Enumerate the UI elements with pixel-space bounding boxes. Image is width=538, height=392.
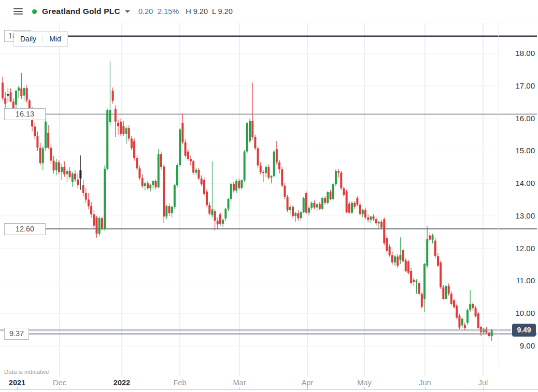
candle <box>380 220 383 229</box>
candle <box>203 178 205 196</box>
candle <box>442 285 444 300</box>
candle <box>262 170 264 182</box>
y-axis-tick-label: 15.00 <box>504 146 535 155</box>
candlestick-chart[interactable] <box>0 0 538 392</box>
candle <box>297 210 299 221</box>
candle <box>208 202 210 215</box>
candle <box>458 314 460 329</box>
last-price-badge: 9.49 <box>512 324 536 337</box>
candle <box>152 180 154 190</box>
symbol-selector[interactable]: Greatland Gold PLC <box>42 7 130 16</box>
candle <box>356 196 358 206</box>
candle <box>273 150 275 178</box>
x-axis-tick <box>239 387 240 390</box>
candle <box>249 119 251 143</box>
candle <box>101 216 103 230</box>
candle <box>389 244 391 256</box>
candle <box>147 181 149 190</box>
candle <box>251 83 253 140</box>
last-price-line <box>0 329 511 331</box>
candle <box>321 197 323 210</box>
candle <box>289 205 291 214</box>
candle <box>235 180 237 193</box>
candle <box>394 255 396 266</box>
candle <box>117 120 119 135</box>
candle <box>378 221 380 228</box>
market-status-icon <box>32 9 37 14</box>
candle <box>158 149 160 188</box>
candle <box>72 172 74 186</box>
candle <box>434 238 436 258</box>
candle <box>112 88 114 104</box>
candle <box>324 196 326 205</box>
y-axis-tick-label: 10.00 <box>504 309 535 317</box>
x-axis-tick <box>364 387 365 390</box>
y-axis-tick-label: 17.00 <box>504 81 535 90</box>
candle <box>332 183 334 200</box>
candle <box>128 125 130 141</box>
candle <box>2 77 4 100</box>
candle <box>93 210 95 229</box>
candle <box>375 217 377 225</box>
candle <box>437 253 439 267</box>
candle <box>174 184 176 209</box>
y-axis-tick-label: 12.00 <box>504 244 535 253</box>
candle <box>168 204 170 216</box>
candle <box>284 183 286 199</box>
x-axis-tick-label: 2022 <box>114 379 130 387</box>
candle <box>362 209 364 217</box>
candle <box>53 156 55 174</box>
candle <box>359 202 361 216</box>
candle <box>488 331 490 339</box>
candle <box>260 162 262 174</box>
candle <box>450 292 452 306</box>
candle <box>219 213 221 226</box>
x-axis-tick-label: Feb <box>174 379 187 387</box>
price-type-mid-button[interactable]: Mid <box>43 32 67 46</box>
candle <box>240 180 243 190</box>
candle <box>222 219 224 227</box>
candle <box>292 206 294 217</box>
symbol-name: Greatland Gold PLC <box>42 7 120 16</box>
candle <box>106 109 108 170</box>
candle <box>281 167 283 187</box>
candle <box>475 306 477 317</box>
candle <box>74 170 76 182</box>
candle <box>337 169 339 178</box>
candle <box>18 86 20 98</box>
candle <box>198 168 200 180</box>
candle <box>125 126 128 143</box>
candle <box>149 184 151 191</box>
candle <box>316 203 318 211</box>
x-axis-tick <box>180 387 180 390</box>
candle <box>217 217 219 229</box>
level-lines <box>4 36 537 334</box>
candle <box>185 139 187 157</box>
candle <box>267 165 270 180</box>
candle <box>138 166 140 180</box>
x-axis-tick-label: Jul <box>478 379 488 387</box>
y-axis-tick-label: 11.00 <box>504 276 535 285</box>
candle <box>66 169 68 182</box>
candle <box>303 197 305 213</box>
interval-daily-button[interactable]: Daily <box>14 32 43 46</box>
candle <box>383 217 385 245</box>
candle <box>211 161 213 217</box>
candle <box>327 191 329 205</box>
candle <box>386 236 388 254</box>
candle <box>353 201 356 209</box>
candle <box>230 183 232 201</box>
candle <box>224 208 226 221</box>
x-axis-tick <box>60 387 60 390</box>
candle <box>397 254 399 268</box>
candle <box>426 226 428 268</box>
session-high: H 9.20 <box>186 7 208 16</box>
candle <box>370 216 372 223</box>
candle <box>364 208 366 219</box>
candle <box>346 190 348 213</box>
candle <box>294 212 296 222</box>
y-axis-tick-label: 9.00 <box>504 341 535 350</box>
candle <box>421 292 423 308</box>
menu-icon[interactable] <box>13 8 23 14</box>
candle <box>69 167 71 179</box>
